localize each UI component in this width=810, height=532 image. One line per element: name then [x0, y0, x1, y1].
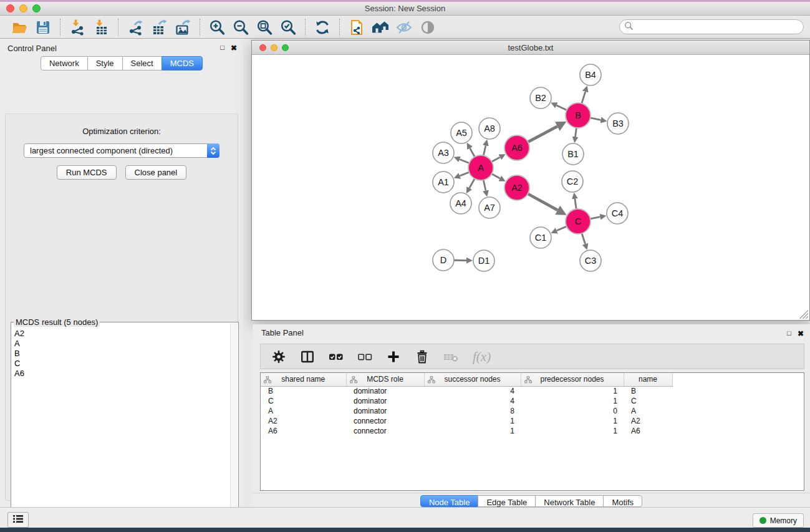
graph-edge-C-C2[interactable] — [575, 199, 576, 209]
mcds-result-item[interactable]: A — [14, 339, 230, 349]
table-cell[interactable]: A2 — [261, 416, 346, 426]
task-history-button[interactable] — [7, 512, 29, 528]
graph-edge-A-A6[interactable] — [492, 157, 500, 162]
memory-button[interactable]: Memory — [753, 513, 804, 528]
zoom-selected-icon[interactable] — [276, 18, 300, 37]
graph-edge-A-A2[interactable] — [492, 174, 500, 178]
table-cell[interactable]: 8 — [424, 406, 521, 416]
delete-icon[interactable] — [414, 349, 430, 365]
table-cell[interactable]: 1 — [521, 426, 624, 436]
graph-edge-C-C3[interactable] — [582, 233, 585, 244]
mcds-result-item[interactable]: C — [14, 359, 230, 369]
save-session-icon[interactable] — [31, 18, 55, 37]
tab-network[interactable]: Network — [41, 56, 88, 70]
table-row[interactable]: A6connector11A6 — [261, 426, 672, 436]
first-neighbors-icon[interactable] — [369, 18, 392, 37]
tab-edge-table[interactable]: Edge Table — [478, 495, 536, 507]
float-panel-icon[interactable]: □ — [220, 44, 224, 52]
close-panel-icon[interactable]: ✖ — [231, 44, 237, 52]
table-cell[interactable]: 4 — [424, 386, 521, 396]
new-network-icon[interactable] — [345, 18, 369, 37]
gear-icon[interactable] — [271, 349, 287, 365]
zoom-out-icon[interactable] — [229, 18, 253, 37]
table-cell[interactable]: 0 — [521, 406, 624, 416]
deselect-all-checkboxes-icon[interactable] — [357, 349, 373, 365]
table-cell[interactable]: B — [624, 386, 672, 396]
export-network-icon[interactable] — [123, 18, 147, 37]
close-panel-button[interactable]: Close panel — [125, 165, 187, 180]
add-column-icon[interactable] — [385, 349, 402, 365]
graph-edge-C-C1[interactable] — [557, 226, 567, 231]
table-row[interactable]: Cdominator41C — [261, 396, 672, 406]
graph-edge-A-A7[interactable] — [483, 180, 486, 191]
table-cell[interactable]: dominator — [346, 386, 424, 396]
column-header-name[interactable]: name — [624, 373, 672, 386]
column-header-shared-name[interactable]: shared name — [261, 373, 346, 386]
zoom-fit-icon[interactable] — [253, 18, 276, 37]
mcds-result-item[interactable]: A2 — [14, 329, 230, 339]
table-cell[interactable]: connector — [346, 426, 424, 436]
table-cell[interactable]: C — [261, 396, 346, 406]
select-all-checkboxes-icon[interactable] — [328, 349, 344, 365]
graph-edge-A-A3[interactable] — [460, 159, 469, 163]
table-cell[interactable]: A6 — [624, 426, 672, 436]
resize-grip[interactable] — [799, 310, 808, 319]
tab-select[interactable]: Select — [122, 56, 162, 70]
zoom-in-icon[interactable] — [205, 18, 229, 37]
graph-edge-A-A4[interactable] — [470, 178, 475, 188]
graph-edge-B-B3[interactable] — [591, 118, 601, 120]
tab-mcds[interactable]: MCDS — [162, 56, 203, 70]
table-cell[interactable]: 1 — [424, 416, 521, 426]
refresh-icon[interactable] — [311, 18, 334, 37]
table-row[interactable]: A2connector11A2 — [261, 416, 672, 426]
graph-edge-B-B1[interactable] — [576, 128, 577, 137]
export-image-icon[interactable] — [171, 18, 195, 37]
close-table-panel-icon[interactable]: ✖ — [798, 329, 804, 338]
graph-edge-A2-C[interactable] — [528, 194, 558, 210]
graph-edge-A-A5[interactable] — [470, 148, 475, 157]
network-window-titlebar[interactable]: testGlobe.txt — [252, 41, 809, 55]
open-file-icon[interactable] — [7, 18, 31, 37]
table-cell[interactable]: dominator — [346, 396, 424, 406]
tab-style[interactable]: Style — [87, 56, 123, 70]
tab-motifs[interactable]: Motifs — [603, 495, 642, 507]
split-view-icon[interactable] — [299, 349, 316, 365]
graph-edge-A-A8[interactable] — [483, 145, 486, 155]
criterion-select[interactable]: largest connected component (directed) — [24, 143, 219, 158]
tab-node-table[interactable]: Node Table — [420, 495, 479, 507]
table-cell[interactable]: A — [624, 406, 672, 416]
node-table[interactable]: shared nameMCDS rolesuccessor nodesprede… — [261, 373, 673, 436]
run-mcds-button[interactable]: Run MCDS — [57, 165, 117, 180]
graph-edge-A6-B[interactable] — [528, 127, 557, 142]
table-cell[interactable]: dominator — [346, 406, 424, 416]
table-row[interactable]: Bdominator41B — [261, 386, 672, 396]
network-canvas[interactable]: B4B2BB3A5A8A6B1A3AA1C2A2A4A7C4CC1C3DD1 — [252, 55, 809, 320]
table-cell[interactable]: 4 — [424, 396, 521, 406]
table-cell[interactable]: A2 — [624, 416, 672, 426]
result-scrollbar[interactable] — [230, 323, 238, 532]
hide-selected-icon[interactable] — [392, 18, 416, 37]
column-header-predecessor-nodes[interactable]: predecessor nodes — [521, 373, 624, 386]
table-cell[interactable]: 1 — [424, 426, 521, 436]
table-cell[interactable]: B — [261, 386, 346, 396]
table-cell[interactable]: 1 — [521, 416, 624, 426]
table-cell[interactable]: A — [261, 406, 346, 416]
mcds-result-item[interactable]: A6 — [14, 369, 230, 379]
table-cell[interactable]: 1 — [521, 386, 624, 396]
table-cell[interactable]: C — [624, 396, 672, 406]
search-box[interactable] — [619, 19, 804, 34]
table-row[interactable]: Adominator80A — [261, 406, 672, 416]
graph-edge-C-C4[interactable] — [591, 217, 600, 219]
show-all-icon[interactable] — [416, 18, 440, 37]
mcds-result-item[interactable]: B — [14, 349, 230, 359]
column-header-successor-nodes[interactable]: successor nodes — [424, 373, 521, 386]
graph-edge-B-B4[interactable] — [582, 92, 586, 104]
graph-edge-A-A1[interactable] — [460, 172, 469, 176]
import-network-icon[interactable] — [65, 18, 89, 37]
tab-network-table[interactable]: Network Table — [535, 495, 604, 507]
export-table-icon[interactable] — [147, 18, 171, 37]
graph-edge-B-B2[interactable] — [556, 105, 566, 110]
search-input[interactable] — [634, 21, 803, 33]
table-cell[interactable]: 1 — [521, 396, 624, 406]
float-table-panel-icon[interactable]: □ — [787, 329, 791, 338]
